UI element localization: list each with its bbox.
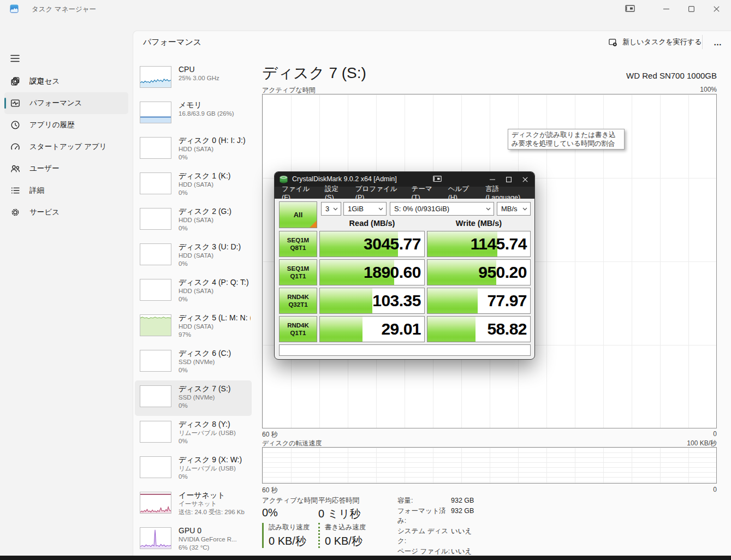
avg-response-stat-value: 0 ミリ秒 xyxy=(318,507,361,521)
write-result-rnd4k-q32t1: 77.97 xyxy=(427,288,531,314)
menu-profile[interactable]: プロファイル(P) xyxy=(350,187,407,199)
sidebar-item-settings[interactable]: 設定 xyxy=(4,70,128,92)
perf-item-ethernet[interactable]: イーサネットイーサネット送信: 24.0 受信: 296 Kb xyxy=(135,487,252,522)
test-count-dropdown[interactable]: 3 xyxy=(321,202,341,216)
active-time-stat-label: アクティブな時間 xyxy=(262,496,318,505)
menu-theme[interactable]: テーマ(T) xyxy=(407,187,443,199)
test-button-rnd4k-q1t1[interactable]: RND4KQ1T1 xyxy=(279,316,317,342)
read-speed-label: 読み取り速度 xyxy=(269,523,310,532)
disk-mini-graph xyxy=(140,137,171,159)
device-name: ディスク 1 (K:) xyxy=(179,171,251,181)
perf-item-cpu[interactable]: CPU25% 3.00 GHz xyxy=(135,61,252,97)
caption-buttons xyxy=(653,0,729,17)
menu-language[interactable]: 言語(Language) xyxy=(480,187,534,199)
device-detail: SSD (NVMe) xyxy=(179,358,251,366)
sidebar-settings: 設定 xyxy=(0,70,133,551)
close-button[interactable] xyxy=(704,0,729,17)
chart2-x-left: 60 秒 xyxy=(262,486,278,494)
perf-item-disk3[interactable]: ディスク 3 (U: D:)HDD (SATA)0% xyxy=(135,239,252,274)
menu-settings[interactable]: 設定(S) xyxy=(320,187,350,199)
disk-busy-mini-graph xyxy=(140,314,171,336)
read-result-seq1m-q8t1: 3045.77 xyxy=(319,231,425,257)
device-detail: HDD (SATA) xyxy=(179,323,251,331)
read-speed-stat: 読み取り速度 0 KB/秒 xyxy=(262,523,310,548)
device-detail: SSD (NVMe) xyxy=(179,394,251,402)
hamburger-menu-icon[interactable] xyxy=(8,51,22,65)
device-detail: イーサネット xyxy=(179,500,251,508)
read-column-header: Read (MB/s) xyxy=(319,219,425,229)
menu-file[interactable]: ファイル(F) xyxy=(277,187,320,199)
perf-item-disk6[interactable]: ディスク 6 (C:)SSD (NVMe)0% xyxy=(135,345,252,380)
active-time-stat-value: 0% xyxy=(262,507,278,519)
more-options-button[interactable]: … xyxy=(709,34,727,50)
device-name: GPU 0 xyxy=(179,526,251,535)
perf-item-disk0[interactable]: ディスク 0 (H: I: J:)HDD (SATA)0% xyxy=(135,132,252,168)
device-name: メモリ xyxy=(179,100,251,110)
perf-item-disk8[interactable]: ディスク 8 (Y:)リムーバブル (USB)0% xyxy=(135,416,252,451)
device-name: イーサネット xyxy=(179,491,251,500)
performance-device-list: CPU25% 3.00 GHz メモリ16.8/63.9 GB (26%) ディ… xyxy=(135,61,252,558)
cdm-menubar: ファイル(F) 設定(S) プロファイル(P) テーマ(T) ヘルプ(H) 言語… xyxy=(275,187,534,199)
target-drive-dropdown[interactable]: S: 0% (0/931GiB) xyxy=(390,202,494,216)
perf-item-disk4[interactable]: ディスク 4 (P: Q: T:)HDD (SATA)0% xyxy=(135,274,252,309)
run-all-tests-button[interactable]: All xyxy=(279,201,317,228)
read-result-rnd4k-q1t1: 29.01 xyxy=(319,316,425,342)
read-result-rnd4k-q32t1: 103.35 xyxy=(319,288,425,314)
write-result-seq1m-q8t1: 1145.74 xyxy=(427,231,531,257)
perf-item-disk1[interactable]: ディスク 1 (K:)HDD (SATA)0% xyxy=(135,168,252,203)
device-name: ディスク 3 (U: D:) xyxy=(179,242,251,252)
device-detail: 16.8/63.9 GB (26%) xyxy=(179,110,251,118)
screen-bottom-edge xyxy=(0,556,731,560)
window-preview-icon xyxy=(432,174,443,184)
disk-mini-graph xyxy=(140,279,171,301)
memory-mini-graph xyxy=(140,102,171,123)
device-detail: HDD (SATA) xyxy=(179,145,251,153)
device-name: CPU xyxy=(179,65,251,74)
write-speed-value: 0 KB/秒 xyxy=(325,534,366,549)
disk-mini-graph xyxy=(140,208,171,230)
device-detail: HDD (SATA) xyxy=(179,252,251,260)
comment-field[interactable] xyxy=(279,344,531,356)
page-title: パフォーマンス xyxy=(143,37,201,47)
test-size-dropdown[interactable]: 1GiB xyxy=(343,202,387,216)
gpu-mini-graph xyxy=(140,527,171,549)
device-name: ディスク 2 (G:) xyxy=(179,207,251,216)
disk-mini-graph xyxy=(140,456,171,478)
perf-item-disk2[interactable]: ディスク 2 (G:)HDD (SATA)0% xyxy=(135,203,252,239)
device-detail: リムーバブル (USB) xyxy=(179,464,251,473)
test-button-rnd4k-q32t1[interactable]: RND4KQ32T1 xyxy=(279,288,317,314)
avg-response-stat-label: 平均応答時間 xyxy=(318,496,359,505)
gear-icon xyxy=(10,76,21,87)
perf-item-gpu0[interactable]: GPU 0NVIDIA GeForce R...6% (32 °C) xyxy=(135,522,252,558)
transfer-rate-chart xyxy=(262,447,717,484)
perf-item-disk9[interactable]: ディスク 9 (X: W:)リムーバブル (USB)0% xyxy=(135,451,252,487)
device-detail: HDD (SATA) xyxy=(179,181,251,189)
device-name: ディスク 0 (H: I: J:) xyxy=(179,136,251,145)
menu-help[interactable]: ヘルプ(H) xyxy=(443,187,481,199)
chart2-x-right: 0 xyxy=(713,486,717,493)
perf-item-disk5[interactable]: ディスク 5 (L: M: N: (HDD (SATA)97% xyxy=(135,309,252,345)
device-name: ディスク 9 (X: W:) xyxy=(179,455,251,464)
titlebar: タスク マネージャー xyxy=(0,0,731,17)
test-button-seq1m-q1t1[interactable]: SEQ1MQ1T1 xyxy=(279,259,317,285)
perf-item-memory[interactable]: メモリ16.8/63.9 GB (26%) xyxy=(135,97,252,132)
unit-dropdown[interactable]: MB/s xyxy=(497,202,531,216)
window-preview-icon xyxy=(624,3,636,14)
selected-disk-title: ディスク 7 (S:) xyxy=(262,63,366,84)
maximize-button[interactable] xyxy=(679,0,704,17)
perf-item-disk7[interactable]: ディスク 7 (S:)SSD (NVMe)0% xyxy=(135,380,252,416)
chart1-x-right: 0 xyxy=(713,430,717,438)
crystaldiskmark-window: CrystalDiskMark 9.0.2 x64 [Admin] ファイル(F… xyxy=(274,171,535,360)
disk-mini-graph xyxy=(140,243,171,265)
read-speed-value: 0 KB/秒 xyxy=(269,534,310,549)
device-name: ディスク 8 (Y:) xyxy=(179,420,251,429)
run-new-task-button[interactable]: 新しいタスクを実行する xyxy=(604,34,706,50)
task-manager-window: タスク マネージャー プロセス パフォーマンス アプリの履歴 xyxy=(0,0,731,560)
minimize-button[interactable] xyxy=(653,0,679,17)
task-manager-app-icon xyxy=(10,4,19,13)
table-row: フォーマット済み:932 GB xyxy=(397,506,490,526)
test-button-seq1m-q8t1[interactable]: SEQ1MQ8T1 xyxy=(279,231,317,257)
crystaldiskmark-app-icon xyxy=(279,175,288,184)
device-detail: 25% 3.00 GHz xyxy=(179,74,251,82)
disk-model: WD Red SN700 1000GB xyxy=(626,71,717,80)
